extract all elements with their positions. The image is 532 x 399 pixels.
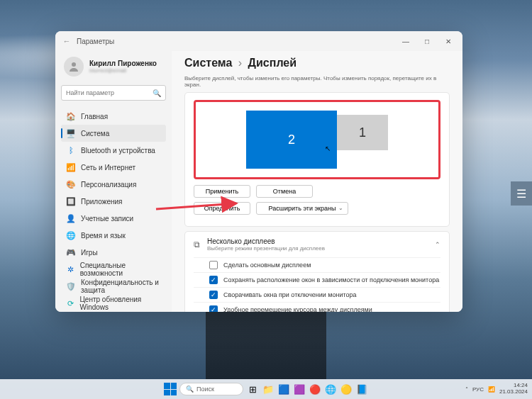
network-icon: 📶 xyxy=(67,163,75,172)
identify-button[interactable]: Определить xyxy=(194,202,250,215)
user-name: Кирилл Пироженко xyxy=(89,60,157,67)
extend-dropdown[interactable]: Расширить эти экраны⌄ xyxy=(256,202,348,215)
check-minimize[interactable]: ✓Сворачивать окна при отключении монитор… xyxy=(194,287,440,302)
tray-network-icon[interactable]: 📶 xyxy=(488,386,495,393)
checkbox-checked-icon[interactable]: ✓ xyxy=(209,291,218,299)
displays-icon: ⧉ xyxy=(194,240,200,249)
checkbox-checked-icon[interactable]: ✓ xyxy=(209,305,218,312)
explorer-icon[interactable]: 📁 xyxy=(262,383,275,395)
user-email: blurred@email xyxy=(89,67,157,74)
content: Система › Дисплей Выберите дисплей, чтоб… xyxy=(172,51,462,312)
privacy-icon: 🛡️ xyxy=(67,282,75,291)
update-icon: ⟳ xyxy=(67,299,74,308)
cancel-button[interactable]: Отмена xyxy=(256,185,313,198)
checkbox-checked-icon[interactable]: ✓ xyxy=(209,276,218,284)
breadcrumb-page: Дисплей xyxy=(248,57,297,69)
search-input[interactable] xyxy=(66,89,153,96)
home-icon: 🏠 xyxy=(67,112,75,120)
monitor-2[interactable]: 2 xyxy=(246,111,337,169)
taskview-icon[interactable]: ⊞ xyxy=(246,383,259,395)
section-header[interactable]: ⧉ Несколько дисплеев Выберите режим през… xyxy=(194,237,440,252)
tray-chevron-icon[interactable]: ˄ xyxy=(465,386,468,393)
accounts-icon: 👤 xyxy=(67,214,75,223)
apps-icon: 🔲 xyxy=(67,197,75,206)
section-title: Несколько дисплеев xyxy=(207,237,325,245)
cursor-icon: ↖ xyxy=(325,145,331,152)
check-cursor[interactable]: ✓Удобное перемещение курсора между диспл… xyxy=(194,302,440,312)
nav-update[interactable]: ⟳Центр обновления Windows xyxy=(61,295,166,312)
start-button[interactable] xyxy=(164,383,177,395)
minimize-button[interactable]: — xyxy=(396,34,416,48)
search-box[interactable]: 🔍 xyxy=(61,85,166,101)
check-save-layout[interactable]: ✓Сохранять расположение окон в зависимос… xyxy=(194,272,440,287)
user-block[interactable]: Кирилл Пироженко blurred@email xyxy=(61,57,166,77)
back-button[interactable]: ← xyxy=(60,37,74,45)
app-icon[interactable]: 🔴 xyxy=(309,383,321,395)
breadcrumb: Система › Дисплей xyxy=(184,57,450,69)
nav-personalization[interactable]: 🎨Персонализация xyxy=(61,176,166,193)
chrome-icon[interactable]: 🌐 xyxy=(324,383,337,395)
bluetooth-icon: ᛒ xyxy=(67,146,75,154)
nav-network[interactable]: 📶Сеть и Интернет xyxy=(61,159,166,176)
display-arrangement[interactable]: 2 1 ↖ xyxy=(194,100,440,179)
avatar xyxy=(64,57,84,77)
nav-privacy[interactable]: 🛡️Конфиденциальность и защита xyxy=(61,278,166,295)
personalization-icon: 🎨 xyxy=(67,180,75,189)
breadcrumb-root[interactable]: Система xyxy=(184,57,232,69)
app-icon[interactable]: 🟪 xyxy=(293,383,306,395)
yandex-icon[interactable]: 🟡 xyxy=(340,383,353,395)
checkbox-unchecked-icon[interactable] xyxy=(209,261,218,269)
taskbar-search[interactable]: 🔍Поиск xyxy=(179,383,243,395)
window-title: Параметры xyxy=(77,38,114,45)
hamburger-menu-icon[interactable]: ☰ xyxy=(511,181,532,206)
breadcrumb-sep: › xyxy=(238,57,242,69)
titlebar: ← Параметры — □ ✕ xyxy=(55,31,462,51)
nav-home[interactable]: 🏠Главная xyxy=(61,108,166,125)
search-icon: 🔍 xyxy=(186,386,194,393)
system-icon: 🖥️ xyxy=(67,129,75,137)
maximize-button[interactable]: □ xyxy=(417,34,437,48)
chevron-up-icon: ⌃ xyxy=(435,241,440,248)
section-sub: Выберите режим презентации для дисплеев xyxy=(207,245,325,252)
nav-apps[interactable]: 🔲Приложения xyxy=(61,193,166,210)
taskbar: 🔍Поиск ⊞ 📁 🟦 🟪 🔴 🌐 🟡 📘 ˄ РУС 📶 14:24 21.… xyxy=(0,379,532,399)
svg-point-0 xyxy=(72,62,76,67)
nav-bluetooth[interactable]: ᛒBluetooth и устройства xyxy=(61,142,166,159)
tray-lang[interactable]: РУС xyxy=(472,386,484,393)
monitor-1[interactable]: 1 xyxy=(337,115,388,150)
chevron-down-icon: ⌄ xyxy=(338,205,343,211)
multi-display-card: ⧉ Несколько дисплеев Выберите режим през… xyxy=(184,231,450,312)
nav-accounts[interactable]: 👤Учетные записи xyxy=(61,210,166,227)
nav-accessibility[interactable]: ✲Специальные возможности xyxy=(61,261,166,278)
nav-gaming[interactable]: 🎮Игры xyxy=(61,244,166,261)
search-icon: 🔍 xyxy=(153,89,161,97)
app-icon[interactable]: 🟦 xyxy=(277,383,290,395)
word-icon[interactable]: 📘 xyxy=(355,383,368,395)
apply-button[interactable]: Применить xyxy=(194,185,250,198)
gaming-icon: 🎮 xyxy=(67,248,75,257)
hint-text: Выберите дисплей, чтобы изменить его пар… xyxy=(184,75,450,88)
time-icon: 🌐 xyxy=(67,231,75,240)
accessibility-icon: ✲ xyxy=(67,265,74,274)
sidebar: Кирилл Пироженко blurred@email 🔍 🏠Главна… xyxy=(55,51,172,312)
nav-system[interactable]: 🖥️Система xyxy=(61,125,166,142)
check-main-display[interactable]: Сделать основным дисплеем xyxy=(194,257,440,272)
taskbar-clock[interactable]: 14:24 21.03.2024 xyxy=(499,383,528,395)
display-area: 2 1 ↖ Применить Отмена Определить Расшир… xyxy=(184,92,450,227)
close-button[interactable]: ✕ xyxy=(438,34,458,48)
settings-window: ← Параметры — □ ✕ Кирилл Пироженко blurr… xyxy=(55,31,462,312)
nav-time[interactable]: 🌐Время и язык xyxy=(61,227,166,244)
